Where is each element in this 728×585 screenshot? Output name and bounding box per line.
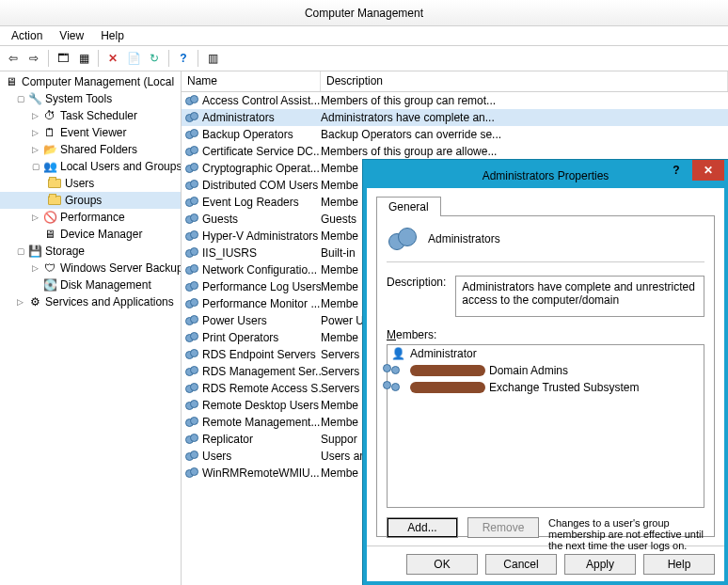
description-label: Description: bbox=[387, 276, 446, 317]
tree-groups[interactable]: Groups bbox=[0, 192, 181, 209]
group-icon bbox=[184, 229, 199, 243]
tree-system-tools[interactable]: ▢🔧System Tools bbox=[0, 90, 181, 107]
list-row[interactable]: Access Control Assist...Members of this … bbox=[182, 92, 728, 109]
col-name[interactable]: Name bbox=[182, 71, 321, 91]
tree-disk-mgmt[interactable]: 💽Disk Management bbox=[0, 277, 181, 293]
tree-device-manager[interactable]: 🖥Device Manager bbox=[0, 226, 181, 243]
forward-icon[interactable]: ⇨ bbox=[24, 49, 43, 68]
tree-pane: 🖥Computer Management (Local ▢🔧System Too… bbox=[0, 71, 182, 585]
list-header: Name Description bbox=[182, 71, 728, 92]
tree-ws-backup[interactable]: ▷🛡Windows Server Backup bbox=[0, 260, 181, 277]
add-button[interactable]: Add... bbox=[387, 517, 458, 538]
group-icon bbox=[184, 416, 199, 429]
group-icon bbox=[184, 179, 199, 192]
remove-button[interactable]: Remove bbox=[467, 517, 539, 538]
menu-help[interactable]: Help bbox=[93, 28, 132, 43]
redacted-text bbox=[410, 365, 485, 376]
delete-icon[interactable]: ✕ bbox=[103, 49, 122, 68]
members-list[interactable]: 👤AdministratorDomain AdminsExchange Trus… bbox=[387, 344, 704, 508]
member-row[interactable]: Exchange Trusted Subsystem bbox=[388, 379, 704, 396]
group-icon bbox=[184, 297, 199, 310]
group-icon bbox=[184, 382, 199, 395]
membership-note: Changes to a user's group membership are… bbox=[548, 517, 704, 551]
list-row[interactable]: AdministratorsAdministrators have comple… bbox=[182, 109, 728, 126]
apply-button[interactable]: Apply bbox=[564, 554, 636, 575]
group-icon bbox=[184, 433, 199, 446]
tree-local-users-groups[interactable]: ▢👥Local Users and Groups bbox=[0, 158, 181, 175]
new-window-icon[interactable]: 🗔 bbox=[54, 49, 72, 68]
group-icon bbox=[184, 348, 199, 361]
member-row[interactable]: 👤Administrator bbox=[388, 345, 704, 362]
user-icon: 👤 bbox=[391, 347, 406, 360]
window-title: Computer Management bbox=[0, 0, 728, 26]
dialog-help-icon[interactable]: ? bbox=[660, 160, 692, 181]
refresh-icon[interactable]: ↻ bbox=[145, 49, 164, 68]
redacted-text bbox=[410, 382, 485, 393]
group-icon bbox=[184, 162, 199, 175]
back-icon[interactable]: ⇦ bbox=[4, 49, 23, 68]
dialog-title-text: Administrators Properties bbox=[483, 169, 609, 182]
close-icon[interactable]: ✕ bbox=[692, 160, 724, 181]
tab-panel: Administrators Description: Administrato… bbox=[376, 215, 715, 537]
group-icon bbox=[184, 128, 199, 141]
tree-services-apps[interactable]: ▷⚙Services and Applications bbox=[0, 293, 181, 310]
show-hide-icon[interactable]: ▦ bbox=[74, 49, 93, 68]
group-icon bbox=[184, 314, 199, 327]
list-row[interactable]: Backup OperatorsBackup Operators can ove… bbox=[182, 126, 728, 143]
group-icon bbox=[184, 145, 199, 158]
group-icon bbox=[184, 365, 199, 378]
member-row[interactable]: Domain Admins bbox=[388, 362, 704, 379]
tree-users[interactable]: Users bbox=[0, 175, 181, 192]
cancel-button[interactable]: Cancel bbox=[485, 554, 557, 575]
dialog-help-button[interactable]: Help bbox=[643, 554, 715, 575]
col-description[interactable]: Description bbox=[321, 71, 728, 91]
group-icon bbox=[184, 450, 199, 463]
menu-view[interactable]: View bbox=[52, 28, 91, 43]
group-icon bbox=[184, 263, 199, 277]
members-label: MMembers:embers: bbox=[387, 328, 704, 341]
group-icon bbox=[184, 280, 199, 293]
properties-icon[interactable]: 📄 bbox=[124, 49, 143, 68]
group-icon bbox=[184, 331, 199, 344]
tree-performance[interactable]: ▷🚫Performance bbox=[0, 209, 181, 226]
group-icon bbox=[184, 466, 199, 480]
group-icon bbox=[184, 111, 199, 124]
description-field[interactable]: Administrators have complete and unrestr… bbox=[455, 276, 704, 317]
group-icon bbox=[184, 196, 199, 209]
properties-dialog: Administrators Properties ? ✕ General Ad… bbox=[363, 160, 728, 585]
ok-button[interactable]: OK bbox=[406, 554, 478, 575]
group-icon bbox=[184, 213, 199, 226]
menu-action[interactable]: Action bbox=[4, 28, 50, 43]
tab-general[interactable]: General bbox=[376, 197, 441, 216]
group-icon bbox=[391, 381, 406, 394]
group-icon bbox=[387, 226, 417, 252]
tree-storage[interactable]: ▢💾Storage bbox=[0, 243, 181, 260]
menu-bar: Action View Help bbox=[0, 26, 728, 45]
group-icon bbox=[184, 246, 199, 260]
dialog-titlebar[interactable]: Administrators Properties ? ✕ bbox=[367, 164, 724, 188]
group-icon bbox=[391, 364, 406, 377]
toolbar: ⇦ ⇨ 🗔 ▦ ✕ 📄 ↻ ? ▥ bbox=[0, 45, 728, 71]
group-icon bbox=[184, 94, 199, 107]
tree-event-viewer[interactable]: ▷🗒Event Viewer bbox=[0, 124, 181, 141]
group-icon bbox=[184, 399, 199, 412]
tree-task-scheduler[interactable]: ▷⏱Task Scheduler bbox=[0, 107, 181, 124]
list-row[interactable]: Certificate Service DC...Members of this… bbox=[182, 143, 728, 160]
view-icon[interactable]: ▥ bbox=[203, 49, 222, 68]
help-icon[interactable]: ? bbox=[174, 49, 193, 68]
tree-shared-folders[interactable]: ▷📂Shared Folders bbox=[0, 141, 181, 158]
tree-root[interactable]: 🖥Computer Management (Local bbox=[0, 73, 181, 90]
group-name: Administrators bbox=[428, 232, 500, 245]
